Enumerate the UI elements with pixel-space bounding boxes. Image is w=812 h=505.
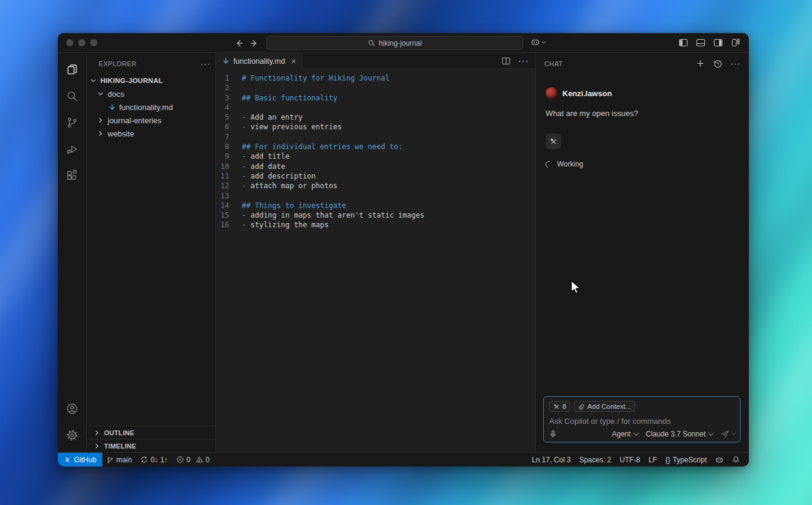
encoding-indicator[interactable]: UTF-8 bbox=[615, 453, 644, 467]
toggle-panel-icon[interactable] bbox=[696, 38, 706, 47]
search-icon bbox=[368, 40, 375, 47]
chevron-down-icon bbox=[89, 76, 97, 85]
language-label: TypeScript bbox=[672, 456, 707, 464]
code-line[interactable]: 2 bbox=[216, 83, 535, 93]
split-editor-icon[interactable] bbox=[502, 57, 511, 66]
tools-count-chip[interactable]: 8 bbox=[549, 401, 570, 412]
line-content: ## For individual entries we need to: bbox=[242, 142, 402, 152]
tree-root-hiking-journal[interactable]: HIKING-JOURNAL bbox=[87, 74, 215, 87]
language-indicator[interactable]: {} TypeScript bbox=[661, 453, 711, 467]
copilot-status[interactable] bbox=[711, 453, 728, 467]
code-line[interactable]: 12- attach map or photos bbox=[216, 181, 535, 191]
history-nav bbox=[234, 33, 259, 53]
branch-indicator[interactable]: main bbox=[102, 453, 136, 467]
line-number: 6 bbox=[216, 122, 242, 132]
editor-more-actions-icon[interactable]: ··· bbox=[518, 56, 529, 67]
tree-folder-website[interactable]: website bbox=[87, 127, 215, 140]
outline-label: OUTLINE bbox=[104, 429, 134, 436]
braces-icon: {} bbox=[665, 456, 670, 464]
code-line[interactable]: 14## Things to investigate bbox=[216, 201, 535, 210]
settings-gear-icon[interactable] bbox=[58, 422, 87, 448]
tree-file-functionality-md[interactable]: functionality.md bbox=[87, 100, 215, 114]
chat-input-box[interactable]: 8 Add Context... Agent bbox=[543, 396, 740, 442]
line-number: 11 bbox=[216, 171, 242, 181]
toggle-sidebar-icon[interactable] bbox=[678, 38, 688, 47]
code-line[interactable]: 9- add title bbox=[216, 152, 535, 161]
code-line[interactable]: 3## Basic functionality bbox=[216, 93, 535, 103]
forward-arrow-icon[interactable] bbox=[250, 38, 259, 48]
editor-group: functionality.md × ··· 1# Functionality … bbox=[216, 53, 535, 452]
sync-label: 0↓ 1↑ bbox=[150, 456, 168, 464]
chat-user-row: Kenzi.lawson bbox=[546, 87, 739, 99]
run-debug-icon[interactable] bbox=[58, 136, 87, 162]
outline-section[interactable]: OUTLINE bbox=[87, 426, 215, 439]
source-control-icon[interactable] bbox=[58, 109, 87, 136]
microphone-icon[interactable] bbox=[549, 430, 557, 438]
toggle-secondary-sidebar-icon[interactable] bbox=[713, 38, 723, 47]
explorer-icon[interactable] bbox=[58, 57, 87, 83]
code-line[interactable]: 13 bbox=[216, 191, 535, 201]
paperclip-icon bbox=[578, 403, 585, 410]
customize-layout-icon[interactable] bbox=[731, 38, 740, 47]
accounts-icon[interactable] bbox=[58, 396, 87, 422]
sync-indicator[interactable]: 0↓ 1↑ bbox=[136, 453, 172, 467]
errors-icon bbox=[176, 456, 184, 464]
back-arrow-icon[interactable] bbox=[234, 38, 244, 48]
indentation-indicator[interactable]: Spaces: 2 bbox=[575, 453, 615, 467]
tools-icon bbox=[553, 403, 560, 410]
send-button[interactable] bbox=[721, 429, 734, 438]
explorer-sidebar: EXPLORER ··· HIKING-JOURNAL docs functio… bbox=[87, 53, 216, 452]
code-line[interactable]: 11- add description bbox=[216, 171, 535, 181]
editor-actions: ··· bbox=[502, 53, 529, 69]
model-picker-dropdown[interactable]: Claude 3.7 Sonnet bbox=[646, 430, 712, 438]
working-status: Working bbox=[546, 160, 739, 168]
code-line[interactable]: 1# Functionality for Hiking Journal bbox=[216, 73, 535, 83]
code-editor[interactable]: 1# Functionality for Hiking Journal23## … bbox=[216, 69, 535, 452]
close-window-button[interactable] bbox=[66, 39, 73, 46]
sidebar-more-actions-icon[interactable]: ··· bbox=[200, 59, 211, 69]
notifications-bell[interactable] bbox=[728, 453, 744, 467]
chat-spacer bbox=[546, 168, 739, 396]
tree-folder-docs[interactable]: docs bbox=[87, 87, 215, 100]
tree-root-label: HIKING-JOURNAL bbox=[100, 77, 163, 84]
timeline-section[interactable]: TIMELINE bbox=[87, 439, 215, 452]
cursor-position[interactable]: Ln 17, Col 3 bbox=[527, 453, 575, 467]
tab-functionality-md[interactable]: functionality.md × bbox=[216, 53, 303, 69]
code-line[interactable]: 4 bbox=[216, 103, 535, 112]
code-line[interactable]: 7 bbox=[216, 132, 535, 142]
code-line[interactable]: 16- stylizing the maps bbox=[216, 220, 535, 230]
add-context-button[interactable]: Add Context... bbox=[574, 401, 635, 412]
tab-label: functionality.md bbox=[233, 57, 285, 66]
command-center-search[interactable]: hiking-journal bbox=[266, 36, 523, 50]
code-line[interactable]: 5- Add an entry bbox=[216, 112, 535, 122]
tree-folder-label: website bbox=[108, 129, 134, 138]
code-line[interactable]: 15- adding in maps that aren't static im… bbox=[216, 210, 535, 220]
line-number: 16 bbox=[216, 220, 242, 230]
code-line[interactable]: 6- view previous entries bbox=[216, 122, 535, 132]
chat-more-actions-icon[interactable]: ··· bbox=[731, 59, 740, 68]
line-number: 3 bbox=[216, 93, 242, 103]
encoding-label: UTF-8 bbox=[620, 456, 640, 464]
line-number: 5 bbox=[216, 112, 242, 122]
chat-input[interactable] bbox=[549, 417, 734, 426]
agent-mode-dropdown[interactable]: Agent bbox=[612, 430, 637, 438]
copilot-menu[interactable] bbox=[531, 37, 544, 47]
close-tab-icon[interactable]: × bbox=[291, 57, 296, 66]
search-view-icon[interactable] bbox=[58, 83, 87, 109]
line-content: - add title bbox=[242, 152, 289, 161]
new-chat-icon[interactable] bbox=[696, 59, 705, 68]
zoom-window-button[interactable] bbox=[90, 39, 97, 46]
chat-history-icon[interactable] bbox=[713, 59, 722, 68]
search-value: hiking-journal bbox=[379, 39, 422, 47]
problems-indicator[interactable]: 0 0 bbox=[172, 453, 214, 467]
tools-chip[interactable] bbox=[546, 133, 561, 149]
minimize-window-button[interactable] bbox=[78, 39, 85, 46]
code-line[interactable]: 8## For individual entries we need to: bbox=[216, 142, 535, 152]
remote-indicator[interactable]: GitHub bbox=[58, 453, 102, 467]
tree-folder-journal-enteries[interactable]: journal-enteries bbox=[87, 114, 215, 127]
code-line[interactable]: 10- add date bbox=[216, 162, 535, 171]
branch-label: main bbox=[116, 456, 132, 464]
markdown-file-icon bbox=[108, 103, 116, 111]
extensions-icon[interactable] bbox=[58, 162, 87, 189]
eol-indicator[interactable]: LF bbox=[644, 453, 661, 467]
